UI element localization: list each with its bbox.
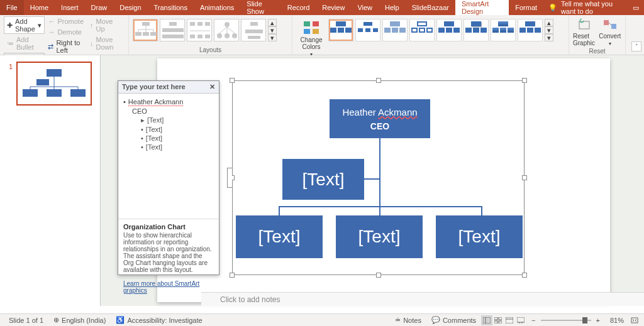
svg-rect-26 <box>250 22 258 26</box>
resize-handle-bl[interactable] <box>230 273 235 278</box>
style-option-2[interactable] <box>355 19 380 41</box>
learn-more-link[interactable]: Learn more about SmartArt graphics <box>123 280 199 294</box>
reset-graphic-button[interactable]: Reset Graphic <box>573 18 596 46</box>
layout-option-5[interactable] <box>241 19 266 41</box>
zoom-percent[interactable]: 81% <box>605 317 629 324</box>
ribbon-tabs: File Home Insert Draw Design Transitions… <box>0 0 628 15</box>
styles-scroll-down[interactable]: ▾ <box>545 26 553 34</box>
editor-area: 1 Type your text here ✕ •Heather Ackmann… <box>0 55 644 306</box>
view-normal-button[interactable] <box>481 315 492 325</box>
style-option-7[interactable] <box>491 19 516 41</box>
layouts-scroll-up[interactable]: ▴ <box>268 19 277 26</box>
zoom-in-button[interactable]: + <box>591 317 605 324</box>
svg-rect-31 <box>304 29 310 34</box>
view-sorter-button[interactable] <box>492 315 504 325</box>
status-accessibility[interactable]: ♿Accessibility: Investigate <box>111 316 207 324</box>
resize-handle-tl[interactable] <box>230 78 235 83</box>
tab-design[interactable]: Design <box>113 0 147 15</box>
tab-format[interactable]: Format <box>509 0 543 15</box>
view-reading-button[interactable] <box>504 315 515 325</box>
right-to-left-button[interactable]: ⇄Right to Left <box>45 38 87 55</box>
svg-rect-35 <box>611 24 616 29</box>
layouts-scroll-down[interactable]: ▾ <box>268 26 277 34</box>
view-slideshow-button[interactable] <box>515 315 526 325</box>
slide-canvas[interactable]: Heather Ackmann CEO [Text] [Text] [Text]… <box>157 58 610 302</box>
style-option-1[interactable] <box>328 19 353 41</box>
tab-record[interactable]: Record <box>281 0 316 15</box>
tab-review[interactable]: Review <box>316 0 351 15</box>
tab-slide-show[interactable]: Slide Show <box>240 0 281 15</box>
fit-to-window-button[interactable] <box>629 315 640 325</box>
text-pane-item-text-3[interactable]: [Text] <box>146 134 162 142</box>
tab-slidebazaar[interactable]: SlideBazaar <box>406 0 455 15</box>
resize-handle-tr[interactable] <box>522 78 527 83</box>
layout-option-3[interactable] <box>187 19 212 41</box>
promote-button[interactable]: ←Promote <box>45 16 87 26</box>
chart-node-child-3[interactable]: [Text] <box>436 215 523 258</box>
move-down-button[interactable]: ↓Move Down <box>87 35 125 52</box>
svg-rect-52 <box>506 317 513 323</box>
tab-draw[interactable]: Draw <box>85 0 114 15</box>
zoom-out-button[interactable]: − <box>526 317 540 324</box>
tab-help[interactable]: Help <box>379 0 406 15</box>
add-shape-button[interactable]: ✚Add Shape▾ <box>4 16 45 34</box>
collapse-ribbon-button[interactable]: ˄ <box>631 41 641 52</box>
resize-handle-bm[interactable] <box>376 273 381 278</box>
slide-thumbnail-1[interactable]: 1 <box>16 62 92 106</box>
style-option-5[interactable] <box>436 19 462 41</box>
tab-file[interactable]: File <box>0 0 24 15</box>
status-language[interactable]: ⊕English (India) <box>48 316 111 324</box>
status-slide-count[interactable]: Slide 1 of 1 <box>4 317 48 324</box>
svg-rect-49 <box>499 317 502 320</box>
style-option-4[interactable] <box>409 19 435 41</box>
add-bullet-button[interactable]: ≔Add Bullet <box>4 35 45 52</box>
tab-view[interactable]: View <box>351 0 379 15</box>
styles-more[interactable]: ▾ <box>545 34 553 41</box>
close-icon[interactable]: ✕ <box>209 83 215 91</box>
layout-option-4[interactable] <box>214 19 239 41</box>
smartart-selection[interactable]: Heather Ackmann CEO [Text] [Text] [Text]… <box>232 80 525 275</box>
layout-option-2[interactable] <box>160 19 185 41</box>
notes-area[interactable]: Click to add notes <box>201 292 644 306</box>
notes-button[interactable]: ≐Notes <box>390 316 426 324</box>
style-option-3[interactable] <box>382 19 408 41</box>
change-colors-button[interactable]: Change Colors ▾ <box>296 19 326 57</box>
svg-rect-28 <box>248 36 260 39</box>
demote-button[interactable]: →Demote <box>45 27 87 37</box>
layouts-more[interactable]: ▾ <box>268 34 277 41</box>
text-pane-item-text-2[interactable]: [Text] <box>146 126 162 133</box>
layout-option-1[interactable] <box>133 19 158 41</box>
zoom-slider[interactable] <box>541 320 591 321</box>
text-pane-item-ceo-title[interactable]: CEO <box>132 107 147 115</box>
move-up-button[interactable]: ↑Move Up <box>87 16 125 34</box>
resize-handle-tm[interactable] <box>376 78 381 83</box>
svg-rect-0 <box>142 22 150 26</box>
tab-animations[interactable]: Animations <box>194 0 240 15</box>
chart-node-child-2[interactable]: [Text] <box>336 215 423 258</box>
svg-rect-9 <box>169 22 177 26</box>
chart-node-assistant[interactable]: [Text] <box>282 159 364 200</box>
slide-canvas-area[interactable]: Type your text here ✕ •Heather Ackmann C… <box>101 55 644 306</box>
comments-button[interactable]: 💬Comments <box>426 316 481 324</box>
tell-me-search[interactable]: 💡 Tell me what you want to do <box>548 0 628 15</box>
resize-handle-rm[interactable] <box>522 175 527 180</box>
chart-node-child-1[interactable]: [Text] <box>236 215 323 258</box>
convert-button[interactable]: Convert ▾ <box>599 18 622 46</box>
chart-node-ceo[interactable]: Heather Ackmann CEO <box>330 99 430 138</box>
text-pane-item-ceo-name[interactable]: Heather Ackmann <box>128 98 183 106</box>
tab-transitions[interactable]: Transitions <box>148 0 194 15</box>
text-pane-toggle[interactable] <box>227 168 232 188</box>
zoom-slider-thumb[interactable] <box>582 317 587 323</box>
style-option-8[interactable] <box>518 19 543 41</box>
tab-smartart-design[interactable]: SmartArt Design <box>455 0 509 15</box>
resize-handle-br[interactable] <box>522 273 527 278</box>
text-pane-desc-title: Organization Chart <box>123 223 214 231</box>
styles-scroll-up[interactable]: ▴ <box>545 19 553 26</box>
tab-insert[interactable]: Insert <box>55 0 85 15</box>
text-pane-list[interactable]: •Heather Ackmann CEO ▸[Text] •[Text] •[T… <box>118 94 219 219</box>
tab-home[interactable]: Home <box>24 0 55 15</box>
style-option-6[interactable] <box>464 19 489 41</box>
display-options-icon[interactable]: ▭ <box>633 4 639 12</box>
text-pane-item-text-4[interactable]: [Text] <box>146 143 162 151</box>
text-pane-item-text-1[interactable]: [Text] <box>147 116 164 124</box>
